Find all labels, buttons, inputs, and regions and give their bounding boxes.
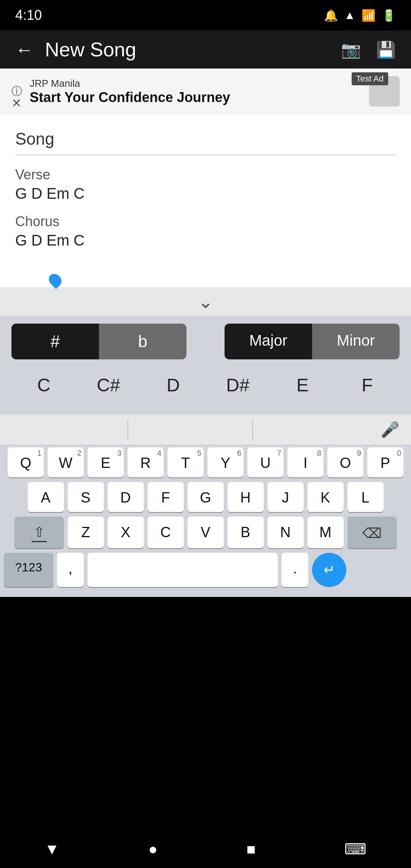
camera-button[interactable]: 📷 <box>337 37 365 63</box>
chord-note-csharp[interactable]: C# <box>76 371 141 399</box>
keyboard-row-3: ⇧ Z X C V B N M ⌫ <box>0 514 411 550</box>
notification-icon: 🔔 <box>324 9 338 22</box>
cursor-area <box>0 268 411 287</box>
key-h[interactable]: H <box>228 482 264 512</box>
battery-icon: 🔋 <box>382 9 396 22</box>
status-bar: 4:10 🔔 ▲ 📶 🔋 <box>0 0 411 30</box>
toggle-row: # b Major Minor <box>11 324 400 359</box>
numbers-mode-button[interactable]: ?123 <box>4 553 53 587</box>
chorus-label: Chorus <box>15 214 396 230</box>
verse-section: Verse G D Em C <box>15 167 396 202</box>
key-e[interactable]: 3E <box>88 447 124 477</box>
nav-back-icon[interactable]: ▼ <box>45 841 60 858</box>
key-g[interactable]: G <box>188 482 224 512</box>
key-n[interactable]: N <box>268 517 304 548</box>
save-button[interactable]: 💾 <box>372 37 400 63</box>
key-b[interactable]: B <box>228 517 264 548</box>
divider-2 <box>252 420 253 439</box>
key-f[interactable]: F <box>148 482 184 512</box>
sharp-button[interactable]: # <box>11 324 99 359</box>
nav-recents-icon[interactable]: ■ <box>247 841 256 858</box>
nav-keyboard-icon[interactable]: ⌨ <box>344 840 366 858</box>
key-i[interactable]: 8I <box>287 447 323 477</box>
chord-keyboard: # b Major Minor C C# D D# E F <box>0 316 411 411</box>
page-title: New Song <box>45 38 330 61</box>
space-key[interactable] <box>88 553 278 587</box>
ad-close-button[interactable]: ✕ <box>11 96 22 110</box>
wifi-icon: ▲ <box>344 9 355 22</box>
nav-home-icon[interactable]: ● <box>148 841 158 858</box>
chorus-section: Chorus G D Em C <box>15 214 396 249</box>
key-a[interactable]: A <box>28 482 64 512</box>
key-s[interactable]: S <box>68 482 104 512</box>
major-minor-group: Major Minor <box>225 324 400 359</box>
period-key[interactable]: . <box>282 553 308 587</box>
verse-chords: G D Em C <box>15 185 396 202</box>
chorus-chords: G D Em C <box>15 232 396 249</box>
key-d[interactable]: D <box>108 482 144 512</box>
keyboard: 🎤 1Q 2W 3E 4R 5T 6Y 7U 8I 9O 0P A S D F … <box>0 411 411 597</box>
key-l[interactable]: L <box>347 482 384 512</box>
status-icons: 🔔 ▲ 📶 🔋 <box>324 9 396 22</box>
chord-note-f[interactable]: F <box>335 371 400 399</box>
ad-tagline: Start Your Confidence Journey <box>30 89 362 105</box>
top-bar: ← New Song 📷 💾 <box>0 30 411 69</box>
key-o[interactable]: 9O <box>327 447 363 477</box>
enter-button[interactable]: ↵ <box>312 553 346 587</box>
chord-note-e[interactable]: E <box>270 371 335 399</box>
chord-notes-row: C C# D D# E F <box>11 371 400 399</box>
ad-company: JRP Manila <box>30 78 362 89</box>
chevron-bar[interactable]: ⌄ <box>0 287 411 316</box>
suggestions-row: 🎤 <box>0 415 411 445</box>
key-w[interactable]: 2W <box>48 447 84 477</box>
backspace-button[interactable]: ⌫ <box>347 517 397 548</box>
chord-note-dsharp[interactable]: D# <box>206 371 270 399</box>
chord-note-d[interactable]: D <box>141 371 206 399</box>
key-k[interactable]: K <box>307 482 344 512</box>
chevron-down-icon: ⌄ <box>198 291 213 312</box>
ad-badge: Test Ad <box>352 72 388 85</box>
key-m[interactable]: M <box>307 517 344 548</box>
flat-button[interactable]: b <box>99 324 186 359</box>
comma-key[interactable]: , <box>57 553 84 587</box>
keyboard-bottom-row: ?123 , . ↵ <box>0 550 411 589</box>
mic-button[interactable]: 🎤 <box>377 417 403 442</box>
chord-note-c[interactable]: C <box>11 371 76 399</box>
keyboard-row-2: A S D F G H J K L <box>0 480 411 514</box>
key-x[interactable]: X <box>108 517 144 548</box>
minor-button[interactable]: Minor <box>312 324 400 359</box>
main-content: Verse G D Em C Chorus G D Em C <box>0 114 411 268</box>
song-title-input[interactable] <box>15 129 396 155</box>
key-p[interactable]: 0P <box>367 447 403 477</box>
key-y[interactable]: 6Y <box>207 447 244 477</box>
key-j[interactable]: J <box>268 482 304 512</box>
key-v[interactable]: V <box>188 517 224 548</box>
key-z[interactable]: Z <box>68 517 104 548</box>
sharp-flat-group: # b <box>11 324 186 359</box>
shift-button[interactable]: ⇧ <box>14 517 64 548</box>
key-c[interactable]: C <box>148 517 184 548</box>
signal-icon: 📶 <box>362 9 376 22</box>
key-q[interactable]: 1Q <box>8 447 44 477</box>
ad-text: JRP Manila Start Your Confidence Journey <box>30 78 362 105</box>
cursor-drop <box>46 271 64 289</box>
status-time: 4:10 <box>15 7 42 23</box>
key-r[interactable]: 4R <box>127 447 164 477</box>
back-button[interactable]: ← <box>11 35 37 64</box>
major-button[interactable]: Major <box>225 324 312 359</box>
divider-1 <box>127 420 128 439</box>
key-t[interactable]: 5T <box>167 447 204 477</box>
verse-label: Verse <box>15 167 396 183</box>
keyboard-row-1: 1Q 2W 3E 4R 5T 6Y 7U 8I 9O 0P <box>0 445 411 480</box>
key-u[interactable]: 7U <box>247 447 284 477</box>
nav-bar: ▼ ● ■ ⌨ <box>0 830 411 868</box>
ad-banner: Test Ad ⓘ JRP Manila Start Your Confiden… <box>0 69 411 114</box>
